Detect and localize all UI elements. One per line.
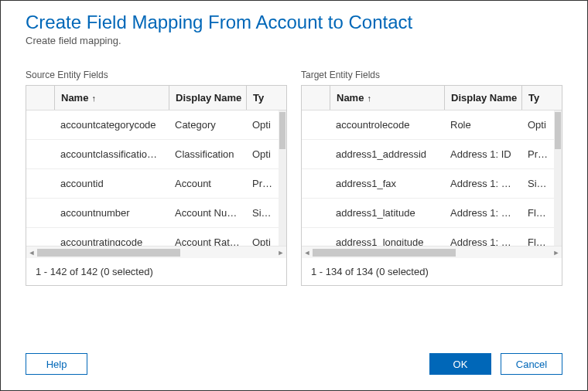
row-type-cell: Sing — [246, 207, 279, 219]
table-row[interactable]: accountratingcodeAccount RatingOpti — [26, 228, 279, 246]
row-type-cell: Sing — [521, 178, 554, 189]
row-type-cell: Opti — [246, 148, 279, 160]
row-display-cell: Role — [444, 119, 521, 131]
source-pane: Source Entity Fields Name ↑ Display Name… — [26, 70, 287, 339]
row-type-cell: Prim — [246, 178, 279, 189]
row-display-cell: Classification — [169, 148, 246, 160]
row-display-cell: Address 1: Lo... — [444, 236, 521, 246]
sort-asc-icon: ↑ — [91, 94, 96, 103]
row-display-cell: Account — [169, 178, 246, 189]
scrollbar-track[interactable] — [37, 249, 275, 257]
row-name-cell: address1_addressid — [330, 148, 444, 160]
target-label: Target Entity Fields — [301, 70, 562, 80]
scrollbar-thumb[interactable] — [313, 249, 456, 257]
field-mapping-dialog: Create Field Mapping From Account to Con… — [0, 0, 588, 391]
table-row[interactable]: accountclassificationc...ClassificationO… — [26, 140, 279, 169]
row-type-cell: Prim — [521, 148, 554, 160]
source-status: 1 - 142 of 142 (0 selected) — [26, 258, 286, 285]
name-column-header[interactable]: Name ↑ — [54, 86, 169, 110]
source-grid: Name ↑ Display Name Ty accountcategoryco… — [26, 85, 287, 286]
row-type-cell: Opti — [246, 119, 279, 131]
scrollbar-track[interactable] — [313, 249, 551, 257]
display-column-header[interactable]: Display Name — [444, 86, 521, 110]
dialog-subtitle: Create field mapping. — [26, 35, 562, 46]
target-grid-header: Name ↑ Display Name Ty — [302, 86, 562, 110]
row-type-cell: Opti — [521, 119, 554, 131]
horizontal-scrollbar[interactable]: ◄ ► — [26, 246, 286, 258]
table-row[interactable]: address1_addressidAddress 1: IDPrim — [302, 140, 554, 169]
row-name-cell: accountid — [54, 178, 169, 189]
sort-asc-icon: ↑ — [367, 94, 371, 103]
row-name-cell: address1_longitude — [330, 236, 444, 246]
scroll-right-icon[interactable]: ► — [275, 249, 286, 257]
row-display-cell: Account Rating — [169, 236, 246, 246]
row-name-cell: address1_latitude — [330, 207, 444, 219]
ok-button[interactable]: OK — [429, 353, 491, 375]
cancel-button[interactable]: Cancel — [501, 353, 562, 375]
row-display-cell: Category — [169, 119, 246, 131]
help-button[interactable]: Help — [26, 353, 87, 375]
row-display-cell: Account Num... — [169, 207, 246, 219]
checkbox-column-header[interactable] — [302, 86, 330, 110]
vertical-scrollbar[interactable] — [554, 110, 562, 246]
dialog-content: Source Entity Fields Name ↑ Display Name… — [1, 53, 587, 339]
table-row[interactable]: accountidAccountPrim — [26, 169, 279, 199]
row-display-cell: Address 1: Fax — [444, 178, 521, 189]
row-display-cell: Address 1: La... — [444, 207, 521, 219]
scrollbar-thumb[interactable] — [279, 112, 285, 149]
scroll-left-icon[interactable]: ◄ — [302, 249, 313, 257]
target-pane: Target Entity Fields Name ↑ Display Name… — [301, 70, 562, 339]
row-name-cell: accountclassificationc... — [54, 148, 169, 160]
source-label: Source Entity Fields — [26, 70, 287, 80]
table-row[interactable]: accountnumberAccount Num...Sing — [26, 199, 279, 228]
row-name-cell: accountratingcode — [54, 236, 169, 246]
display-column-header[interactable]: Display Name — [169, 86, 246, 110]
row-name-cell: address1_fax — [330, 178, 444, 189]
scroll-right-icon[interactable]: ► — [551, 249, 562, 257]
scroll-left-icon[interactable]: ◄ — [26, 249, 37, 257]
table-row[interactable]: accountrolecodeRoleOpti — [302, 110, 554, 140]
row-type-cell: Opti — [246, 236, 279, 246]
vertical-scrollbar[interactable] — [279, 110, 286, 246]
row-type-cell: Float — [521, 207, 554, 219]
dialog-header: Create Field Mapping From Account to Con… — [1, 1, 587, 53]
source-grid-body: accountcategorycodeCategoryOptiaccountcl… — [26, 110, 286, 246]
scrollbar-thumb[interactable] — [555, 112, 561, 149]
column-label: Name — [337, 92, 364, 104]
target-grid: Name ↑ Display Name Ty accountrolecodeRo… — [301, 85, 562, 286]
row-display-cell: Address 1: ID — [444, 148, 521, 160]
scrollbar-thumb[interactable] — [37, 249, 180, 257]
table-row[interactable]: address1_faxAddress 1: FaxSing — [302, 169, 554, 199]
row-name-cell: accountrolecode — [330, 119, 444, 131]
row-name-cell: accountnumber — [54, 207, 169, 219]
type-column-header[interactable]: Ty — [246, 86, 286, 110]
checkbox-column-header[interactable] — [26, 86, 54, 110]
dialog-footer: Help OK Cancel — [1, 339, 587, 390]
table-row[interactable]: accountcategorycodeCategoryOpti — [26, 110, 279, 140]
horizontal-scrollbar[interactable]: ◄ ► — [302, 246, 562, 258]
type-column-header[interactable]: Ty — [521, 86, 562, 110]
row-type-cell: Float — [521, 236, 554, 246]
column-label: Name — [61, 92, 88, 104]
target-status: 1 - 134 of 134 (0 selected) — [302, 258, 562, 285]
source-grid-header: Name ↑ Display Name Ty — [26, 86, 286, 110]
target-grid-body: accountrolecodeRoleOptiaddress1_addressi… — [302, 110, 562, 246]
table-row[interactable]: address1_longitudeAddress 1: Lo...Float — [302, 228, 554, 246]
dialog-title: Create Field Mapping From Account to Con… — [26, 12, 562, 33]
row-name-cell: accountcategorycode — [54, 119, 169, 131]
name-column-header[interactable]: Name ↑ — [330, 86, 444, 110]
table-row[interactable]: address1_latitudeAddress 1: La...Float — [302, 199, 554, 228]
